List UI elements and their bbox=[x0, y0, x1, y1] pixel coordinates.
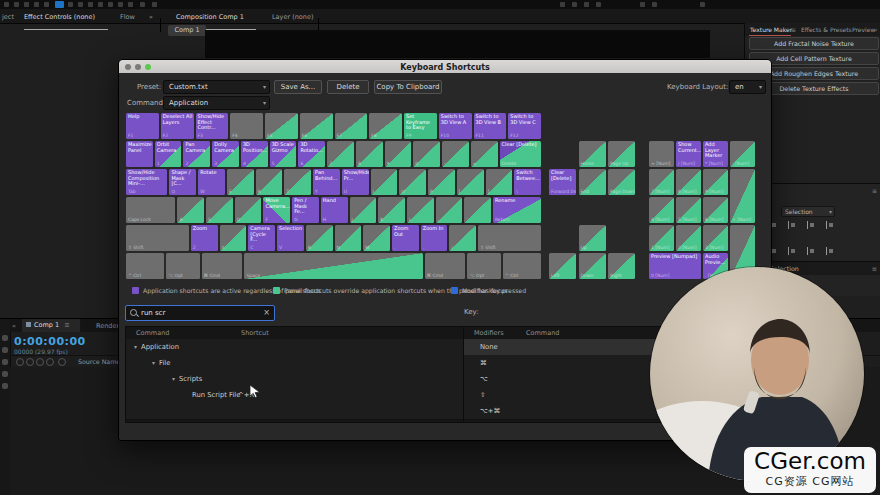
key-f1[interactable]: HelpF1 bbox=[126, 113, 159, 139]
layer-switch-icon[interactable] bbox=[26, 358, 34, 366]
composition-viewer[interactable] bbox=[205, 30, 710, 58]
align-icon[interactable] bbox=[807, 247, 815, 255]
keyboard-layout-dropdown[interactable]: en▾ bbox=[729, 80, 766, 94]
toolbar-icon[interactable] bbox=[560, 2, 565, 7]
align-icon[interactable] bbox=[826, 247, 834, 255]
panel-overflow-icon[interactable]: » bbox=[149, 13, 153, 21]
key-right[interactable]: Right bbox=[608, 253, 635, 279]
key-f10[interactable]: Switch to 3D View AF10 bbox=[439, 113, 472, 139]
tab-texture-maker[interactable]: Texture Maker bbox=[750, 26, 792, 33]
key[interactable]: Zoom Out, bbox=[392, 225, 419, 251]
align-icon[interactable] bbox=[788, 247, 796, 255]
key-z[interactable]: ZoomZ bbox=[191, 225, 218, 251]
key[interactable]: ' bbox=[464, 197, 491, 223]
key-b[interactable]: B bbox=[306, 225, 333, 251]
key-5[interactable]: 3D Scale Gizmo5 bbox=[270, 141, 297, 167]
command-search-field[interactable]: run scr × bbox=[125, 305, 275, 321]
tab-preview[interactable]: Preview bbox=[852, 26, 875, 33]
tool-icon[interactable] bbox=[2, 371, 8, 377]
key-i[interactable]: I bbox=[371, 169, 398, 195]
key-f[interactable]: Move Camera...F bbox=[263, 197, 290, 223]
tab-flow[interactable]: Flow bbox=[120, 13, 135, 21]
key[interactable]: = bbox=[471, 141, 498, 167]
tab-effect-controls[interactable]: Effect Controls (none) bbox=[24, 13, 95, 21]
align-icon[interactable] bbox=[788, 221, 796, 229]
toolbar-icon[interactable] bbox=[4, 2, 9, 7]
key-y[interactable]: Pan Behind...Y bbox=[313, 169, 340, 195]
key-r[interactable]: R bbox=[256, 169, 283, 195]
expander-icon[interactable]: ▾ bbox=[152, 359, 155, 366]
key-t[interactable]: T bbox=[284, 169, 311, 195]
key-1-num[interactable]: 1 [Num] bbox=[649, 225, 674, 251]
toolbar-icon[interactable] bbox=[108, 2, 113, 7]
key-down[interactable]: Down bbox=[579, 253, 606, 279]
source-name-column-header[interactable]: Source Name bbox=[78, 358, 120, 365]
key-f12[interactable]: Switch to 3D View CF12 bbox=[508, 113, 541, 139]
key-up[interactable]: Up bbox=[579, 225, 606, 251]
key-9-num[interactable]: 9 [Num] bbox=[703, 169, 728, 195]
key[interactable]: ] bbox=[486, 169, 513, 195]
key-l[interactable]: L bbox=[407, 197, 434, 223]
key-s[interactable]: S bbox=[206, 197, 233, 223]
key-d[interactable]: D bbox=[235, 197, 262, 223]
selection-tool-icon[interactable] bbox=[55, 1, 64, 8]
comp-viewer-button[interactable]: Comp 1 bbox=[168, 25, 206, 36]
key-f7[interactable]: F7 bbox=[335, 113, 368, 139]
key-num[interactable]: - [Num] bbox=[730, 141, 755, 167]
key-opt[interactable]: ⌥ Opt bbox=[467, 253, 501, 279]
key-o[interactable]: O bbox=[399, 169, 426, 195]
key-p[interactable]: P bbox=[428, 169, 455, 195]
key-opt[interactable]: ⌥ Opt bbox=[166, 253, 200, 279]
toolbar-icon[interactable] bbox=[88, 2, 93, 7]
key[interactable]: - bbox=[442, 141, 469, 167]
tool-icon[interactable] bbox=[2, 359, 8, 365]
key-6-num[interactable]: 6 [Num] bbox=[703, 197, 728, 223]
key-f11[interactable]: Switch to 3D View BF11 bbox=[474, 113, 507, 139]
current-timecode[interactable]: 0:00:00:00 bbox=[14, 335, 86, 348]
toolbar-icon[interactable] bbox=[640, 2, 645, 7]
toolbar-icon[interactable] bbox=[652, 2, 657, 7]
toolbar-icon[interactable] bbox=[44, 2, 49, 7]
key-delete[interactable]: Clear [Delete]Delete bbox=[500, 141, 541, 167]
panel-menu-icon[interactable]: ≡ bbox=[791, 26, 796, 33]
layer-switch-icon[interactable] bbox=[36, 358, 44, 366]
key-num[interactable]: = [Num] bbox=[649, 141, 674, 167]
toolbar-icon[interactable] bbox=[14, 2, 19, 7]
project-tab-partial[interactable]: ject bbox=[2, 13, 14, 21]
tool-icon[interactable] bbox=[2, 347, 8, 353]
key-f6[interactable]: F6 bbox=[300, 113, 333, 139]
key-6[interactable]: 3D Rotatio...6 bbox=[298, 141, 325, 167]
key-2-num[interactable]: 2 [Num] bbox=[676, 225, 701, 251]
layer-switch-icon[interactable] bbox=[58, 358, 66, 366]
align-to-select[interactable]: Selection▾ bbox=[781, 206, 835, 217]
key-num[interactable]: Show Current.../ [Num] bbox=[676, 141, 701, 167]
key[interactable]: Switch Betwee...\ bbox=[514, 169, 541, 195]
key-home[interactable]: Home bbox=[579, 141, 606, 167]
delete-preset-button[interactable]: Delete bbox=[327, 80, 369, 94]
clear-search-icon[interactable]: × bbox=[263, 308, 270, 317]
key[interactable]: Zoom In. bbox=[421, 225, 448, 251]
key-2[interactable]: Pan Camera2 bbox=[183, 141, 210, 167]
command-row-file[interactable]: ▾File bbox=[126, 355, 463, 372]
key-page-down[interactable]: Page Down bbox=[608, 169, 635, 195]
command-row-run-script-file[interactable]: Run Script File^+R bbox=[126, 387, 463, 404]
toolbar-icon[interactable] bbox=[584, 2, 589, 7]
dialog-titlebar[interactable]: Keyboard Shortcuts bbox=[119, 60, 771, 73]
key-g[interactable]: Pen / Mask Fe...G bbox=[292, 197, 319, 223]
key-caps-lock[interactable]: Caps Lock bbox=[126, 197, 175, 223]
empty-row[interactable] bbox=[126, 403, 463, 420]
commands-dropdown[interactable]: Application▾ bbox=[163, 96, 270, 110]
key[interactable]: Maximize Panel` bbox=[126, 141, 153, 167]
key-j[interactable]: J bbox=[350, 197, 377, 223]
key-ctrl[interactable]: ^ Ctrl bbox=[126, 253, 164, 279]
key-0-num[interactable]: Preview [Numpad]0 [Num] bbox=[649, 253, 701, 279]
key-1[interactable]: Orbit Camera1 bbox=[155, 141, 182, 167]
key-num[interactable]: + [Num] bbox=[730, 169, 755, 223]
toolbar-icon[interactable] bbox=[118, 2, 123, 7]
toolbar-icon[interactable] bbox=[128, 2, 133, 7]
align-icon[interactable] bbox=[807, 221, 815, 229]
key-page-up[interactable]: Page Up bbox=[608, 141, 635, 167]
key-u[interactable]: Show/Hide Pr...U bbox=[342, 169, 369, 195]
toolbar-icon[interactable] bbox=[34, 2, 39, 7]
toolbar-icon[interactable] bbox=[572, 2, 577, 7]
